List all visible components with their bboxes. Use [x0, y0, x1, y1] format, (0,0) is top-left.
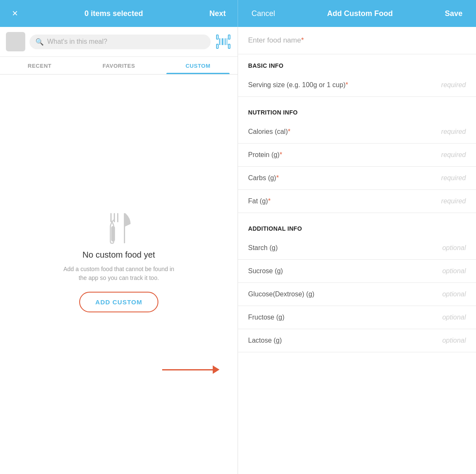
sucrose-optional-hint: optional [442, 267, 466, 275]
food-name-required-star: * [301, 36, 304, 44]
basic-info-section-header: BASIC INFO [238, 54, 476, 74]
serving-size-label: Serving size (e.g. 100g or 1 cup)* [248, 81, 348, 89]
search-box[interactable]: 🔍 What's in this meal? [29, 35, 211, 49]
fat-row[interactable]: Fat (g)* required [238, 190, 476, 213]
left-panel: 🔍 What's in this meal? [0, 27, 238, 474]
fructose-optional-hint: optional [442, 314, 466, 321]
add-custom-button[interactable]: ADD CUSTOM [79, 292, 158, 312]
svg-rect-2 [217, 44, 218, 48]
food-name-row[interactable]: Enter food name* [238, 27, 476, 54]
items-selected-title: 0 items selected [84, 9, 143, 18]
svg-rect-9 [227, 38, 227, 45]
header-bar: ✕ 0 items selected Next Cancel Add Custo… [0, 0, 476, 27]
fructose-label: Fructose (g) [248, 314, 284, 321]
carbs-label: Carbs (g)* [248, 174, 279, 182]
calories-required-hint: required [441, 128, 466, 136]
svg-rect-7 [224, 38, 225, 45]
starch-row[interactable]: Starch (g) optional [238, 237, 476, 260]
next-button[interactable]: Next [206, 8, 229, 20]
svg-rect-1 [228, 35, 230, 39]
food-name-placeholder[interactable]: Enter food name* [248, 36, 304, 44]
sucrose-row[interactable]: Sucrose (g) optional [238, 260, 476, 283]
empty-subtitle: Add a custom food that cannot be found i… [60, 265, 178, 282]
nutrition-info-section-header: NUTRITION INFO [238, 101, 476, 120]
svg-rect-5 [221, 38, 221, 45]
carbs-row[interactable]: Carbs (g)* required [238, 167, 476, 190]
svg-rect-6 [222, 38, 223, 45]
arrow-indicator [162, 365, 219, 374]
lactose-optional-hint: optional [442, 337, 466, 344]
nutrition-info-title: NUTRITION INFO [248, 109, 298, 116]
glucose-label: Glucose(Dextrose) (g) [248, 290, 314, 298]
protein-label: Protein (g)* [248, 151, 282, 159]
sucrose-label: Sucrose (g) [248, 267, 283, 275]
svg-rect-11 [114, 213, 115, 222]
glucose-row[interactable]: Glucose(Dextrose) (g) optional [238, 283, 476, 306]
tab-recent[interactable]: RECENT [0, 57, 79, 74]
svg-rect-8 [225, 38, 226, 45]
protein-row[interactable]: Protein (g)* required [238, 144, 476, 167]
lactose-label: Lactose (g) [248, 337, 282, 344]
save-button[interactable]: Save [441, 8, 466, 20]
search-area: 🔍 What's in this meal? [0, 27, 238, 57]
calories-row[interactable]: Calories (cal)* required [238, 120, 476, 144]
arrow-head [213, 365, 219, 374]
svg-rect-14 [124, 213, 125, 243]
add-custom-food-title: Add Custom Food [327, 9, 393, 18]
header-left: ✕ 0 items selected Next [0, 0, 238, 27]
cancel-button[interactable]: Cancel [248, 8, 278, 20]
barcode-icon[interactable] [215, 33, 232, 50]
fructose-row[interactable]: Fructose (g) optional [238, 306, 476, 329]
calories-label: Calories (cal)* [248, 128, 290, 136]
right-panel: Enter food name* BASIC INFO Serving size… [238, 27, 476, 474]
serving-size-required-hint: required [441, 81, 466, 89]
search-input[interactable]: What's in this meal? [47, 38, 107, 45]
header-right: Cancel Add Custom Food Save [238, 0, 476, 27]
meal-thumbnail [6, 32, 25, 51]
svg-rect-4 [219, 38, 220, 45]
additional-info-section-header: ADDITIONAL INFO [238, 217, 476, 237]
tabs-row: RECENT FAVORITES CUSTOM [0, 57, 238, 75]
svg-rect-13 [111, 226, 115, 242]
carbs-required-hint: required [441, 174, 466, 182]
tab-custom[interactable]: CUSTOM [158, 57, 238, 74]
arrow-line [162, 369, 213, 370]
search-icon: 🔍 [35, 38, 44, 46]
tab-favorites[interactable]: FAVORITES [79, 57, 158, 74]
starch-optional-hint: optional [442, 244, 466, 252]
empty-title: No custom food yet [83, 250, 155, 260]
fork-knife-icon [106, 211, 131, 245]
empty-state: No custom food yet Add a custom food tha… [0, 75, 238, 474]
main-content: 🔍 What's in this meal? [0, 27, 476, 474]
svg-rect-0 [217, 35, 218, 39]
fat-label: Fat (g)* [248, 197, 270, 205]
svg-rect-12 [117, 213, 118, 222]
lactose-row[interactable]: Lactose (g) optional [238, 329, 476, 352]
glucose-optional-hint: optional [442, 290, 466, 298]
additional-info-title: ADDITIONAL INFO [248, 225, 302, 232]
basic-info-title: BASIC INFO [248, 62, 283, 69]
fat-required-hint: required [441, 197, 466, 205]
serving-size-required-star: * [345, 81, 348, 88]
serving-size-row[interactable]: Serving size (e.g. 100g or 1 cup)* requi… [238, 74, 476, 97]
svg-rect-3 [228, 44, 230, 48]
close-button[interactable]: ✕ [8, 7, 21, 20]
protein-required-hint: required [441, 151, 466, 159]
starch-label: Starch (g) [248, 244, 278, 252]
